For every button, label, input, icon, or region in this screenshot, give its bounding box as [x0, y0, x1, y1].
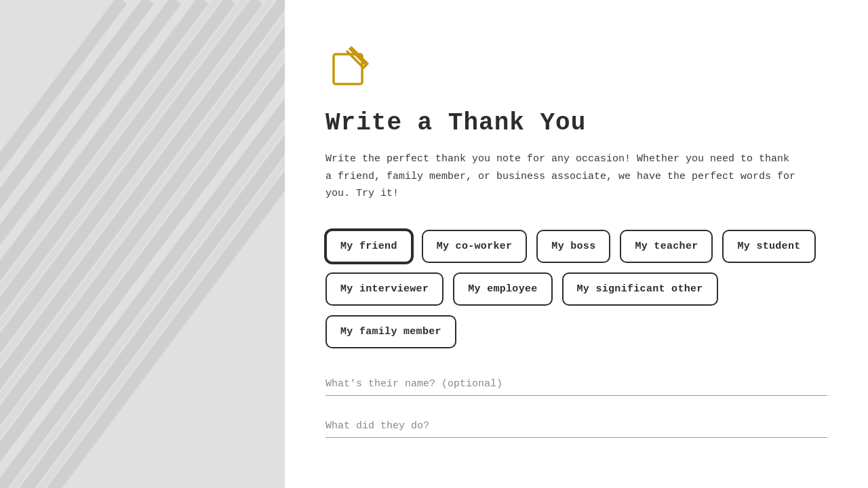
action-input[interactable]	[326, 415, 827, 438]
button-row-1: My friend My co-worker My boss My teache…	[326, 230, 827, 263]
name-input[interactable]	[326, 373, 827, 396]
page-title: Write a Thank You	[326, 109, 827, 137]
recipient-btn-boss[interactable]: My boss	[536, 230, 610, 263]
action-input-group	[326, 415, 827, 438]
recipient-btn-student[interactable]: My student	[722, 230, 815, 263]
recipient-buttons-group: My friend My co-worker My boss My teache…	[326, 230, 827, 348]
recipient-btn-employee[interactable]: My employee	[453, 272, 552, 306]
name-input-group	[326, 373, 827, 396]
decorative-panel	[0, 0, 285, 488]
recipient-btn-co-worker[interactable]: My co-worker	[422, 230, 528, 263]
app-logo-icon	[326, 41, 827, 93]
page-description: Write the perfect thank you note for any…	[326, 150, 800, 203]
recipient-btn-interviewer[interactable]: My interviewer	[326, 272, 443, 306]
button-row-2: My interviewer My employee My significan…	[326, 272, 827, 348]
svg-line-2	[351, 47, 368, 64]
main-content: Write a Thank You Write the perfect than…	[285, 0, 868, 488]
svg-rect-1	[334, 54, 362, 84]
recipient-btn-friend[interactable]: My friend	[326, 230, 412, 263]
recipient-btn-family-member[interactable]: My family member	[326, 315, 456, 348]
recipient-btn-significant-other[interactable]: My significant other	[562, 272, 718, 306]
recipient-btn-teacher[interactable]: My teacher	[620, 230, 713, 263]
